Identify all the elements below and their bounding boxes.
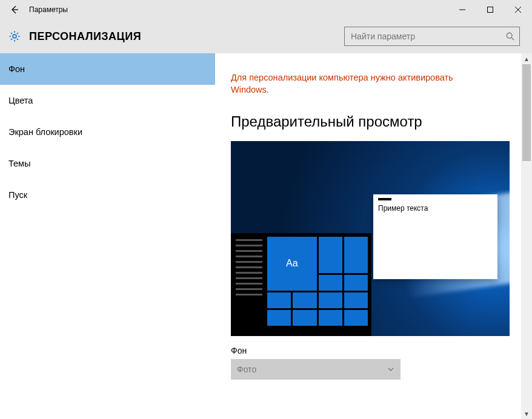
search-box[interactable] bbox=[344, 27, 520, 46]
sidebar-item-label: Фон bbox=[8, 64, 25, 74]
scroll-down-button[interactable]: ▼ bbox=[521, 408, 532, 419]
maximize-icon bbox=[487, 7, 493, 13]
preview-window-handle bbox=[378, 198, 391, 200]
section-title: ПЕРСОНАЛИЗАЦИЯ bbox=[29, 30, 141, 43]
back-arrow-icon bbox=[10, 5, 19, 15]
minimize-icon bbox=[459, 7, 465, 13]
minimize-button[interactable] bbox=[448, 0, 476, 19]
scroll-track[interactable] bbox=[521, 64, 532, 408]
background-field-label: Фон bbox=[231, 346, 516, 355]
content-area: Для персонализации компьютера нужно акти… bbox=[215, 53, 532, 419]
svg-point-2 bbox=[507, 33, 512, 38]
svg-point-1 bbox=[13, 35, 16, 38]
header: ПЕРСОНАЛИЗАЦИЯ bbox=[0, 19, 532, 53]
sidebar-item-label: Темы bbox=[8, 159, 31, 168]
back-button[interactable] bbox=[0, 0, 29, 19]
scroll-up-button[interactable]: ▲ bbox=[521, 53, 532, 64]
sidebar-item-label: Цвета bbox=[8, 96, 33, 105]
sidebar-item-background[interactable]: Фон bbox=[0, 53, 215, 85]
titlebar: Параметры bbox=[0, 0, 532, 19]
svg-rect-0 bbox=[488, 7, 493, 13]
search-icon[interactable] bbox=[501, 27, 519, 45]
background-dropdown-value: Фото bbox=[237, 365, 256, 374]
desktop-preview: Aa Пример текста bbox=[231, 141, 510, 336]
search-input[interactable] bbox=[345, 31, 501, 41]
sidebar: Фон Цвета Экран блокировки Темы Пуск bbox=[0, 53, 215, 419]
preview-heading: Предварительный просмотр bbox=[231, 113, 516, 130]
preview-start-menu: Aa bbox=[231, 233, 371, 336]
preview-sample-window: Пример текста bbox=[373, 194, 497, 279]
maximize-button[interactable] bbox=[476, 0, 504, 19]
sidebar-item-lockscreen[interactable]: Экран блокировки bbox=[0, 116, 215, 148]
background-dropdown[interactable]: Фото bbox=[231, 359, 401, 380]
close-icon bbox=[515, 7, 521, 13]
preview-sample-text: Пример текста bbox=[378, 204, 493, 213]
preview-tile-aa: Aa bbox=[267, 237, 317, 291]
sidebar-item-start[interactable]: Пуск bbox=[0, 179, 215, 211]
chevron-down-icon bbox=[387, 366, 394, 373]
scroll-thumb[interactable] bbox=[522, 64, 531, 161]
sidebar-item-label: Экран блокировки bbox=[8, 127, 82, 137]
sidebar-item-colors[interactable]: Цвета bbox=[0, 85, 215, 116]
activation-warning: Для персонализации компьютера нужно акти… bbox=[231, 71, 491, 96]
settings-gear-icon bbox=[0, 22, 29, 51]
sidebar-item-label: Пуск bbox=[8, 190, 27, 200]
preview-start-list bbox=[231, 233, 267, 336]
window-title: Параметры bbox=[29, 5, 68, 14]
sidebar-item-themes[interactable]: Темы bbox=[0, 148, 215, 179]
preview-start-tiles: Aa bbox=[267, 233, 371, 336]
vertical-scrollbar[interactable]: ▲ ▼ bbox=[521, 53, 532, 419]
close-button[interactable] bbox=[504, 0, 532, 19]
